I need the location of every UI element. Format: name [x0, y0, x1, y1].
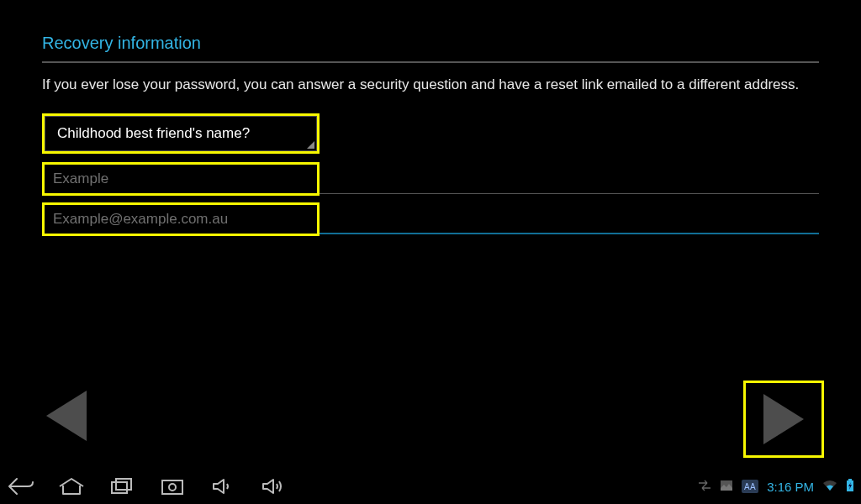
system-navigation-bar: AA 3:16 PM: [0, 469, 861, 504]
svg-rect-2: [162, 480, 182, 494]
volume-up-icon[interactable]: [259, 474, 288, 499]
system-home-icon[interactable]: [57, 474, 86, 499]
arrow-right-icon: [763, 394, 804, 444]
security-question-dropdown[interactable]: Childhood best friend's name?: [42, 113, 320, 154]
page-description: If you ever lose your password, you can …: [42, 75, 819, 95]
input-method-badge[interactable]: AA: [742, 480, 758, 493]
next-button[interactable]: [743, 381, 824, 458]
svg-point-3: [169, 484, 176, 491]
system-back-icon[interactable]: [7, 474, 35, 499]
status-clock: 3:16 PM: [767, 480, 814, 494]
volume-down-icon[interactable]: [209, 474, 237, 499]
svg-rect-6: [848, 479, 852, 480]
arrow-left-icon: [46, 391, 87, 441]
title-divider: [42, 61, 819, 63]
svg-rect-1: [116, 479, 131, 490]
page-title: Recovery information: [42, 34, 819, 61]
recovery-email-input[interactable]: [45, 205, 317, 234]
security-answer-input[interactable]: [45, 165, 317, 193]
battery-charging-icon: [846, 479, 854, 495]
dropdown-indicator-icon: [307, 141, 314, 149]
sync-icon: [698, 480, 711, 494]
system-recent-apps-icon[interactable]: [108, 474, 136, 499]
picture-icon: [720, 480, 733, 494]
security-question-selected: Childhood best friend's name?: [57, 125, 250, 142]
back-button[interactable]: [46, 391, 87, 441]
svg-rect-0: [112, 482, 127, 493]
wifi-icon: [822, 480, 837, 494]
screenshot-icon[interactable]: [158, 474, 187, 499]
